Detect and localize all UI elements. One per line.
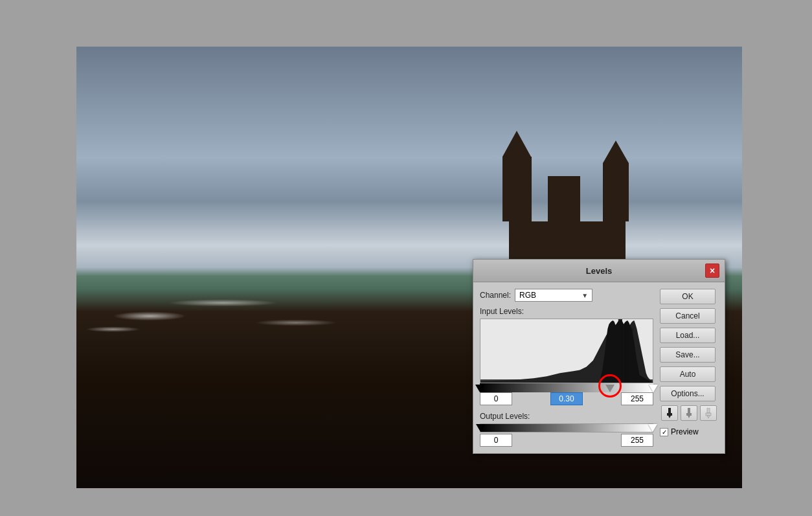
channel-label: Channel:: [480, 291, 511, 300]
auto-button[interactable]: Auto: [660, 366, 716, 382]
input-black-value[interactable]: [480, 392, 512, 405]
svg-rect-10: [707, 408, 710, 413]
castle-center-tower: [548, 176, 580, 221]
black-output-handle[interactable]: [476, 424, 485, 432]
castle-spire-left: [502, 131, 531, 157]
preview-checkbox[interactable]: ✓: [660, 428, 668, 436]
channel-row: Channel: RGB ▼: [480, 289, 653, 302]
svg-marker-6: [668, 416, 671, 418]
input-gamma-value[interactable]: [550, 392, 583, 405]
output-levels-label: Output Levels:: [480, 412, 653, 421]
svg-rect-5: [667, 413, 672, 416]
waves: [76, 276, 442, 342]
input-slider-area[interactable]: [480, 383, 653, 392]
svg-marker-12: [707, 416, 710, 418]
histogram-svg: [480, 319, 653, 383]
svg-marker-9: [688, 416, 690, 418]
white-eyedropper-button[interactable]: [700, 405, 717, 421]
black-eyedropper-button[interactable]: [661, 405, 678, 421]
output-slider-track[interactable]: [480, 423, 653, 432]
white-output-handle[interactable]: [648, 424, 657, 432]
white-input-handle[interactable]: [649, 385, 658, 392]
gray-eyedropper-button[interactable]: [681, 405, 697, 421]
levels-dialog: Levels × Channel: RGB ▼ Input Levels:: [473, 259, 725, 454]
svg-rect-1: [618, 319, 622, 383]
input-levels-values: [480, 392, 653, 405]
options-button[interactable]: Options...: [660, 386, 716, 401]
histogram: [480, 319, 653, 383]
svg-rect-7: [688, 408, 690, 413]
chevron-down-icon: ▼: [581, 292, 588, 299]
input-white-value[interactable]: [621, 392, 653, 405]
dialog-main: Channel: RGB ▼ Input Levels:: [480, 289, 653, 447]
save-button[interactable]: Save...: [660, 347, 716, 363]
eyedropper-row: [660, 405, 718, 421]
cancel-button[interactable]: Cancel: [660, 308, 716, 324]
svg-rect-4: [668, 408, 671, 413]
output-levels-values: [480, 434, 653, 447]
svg-rect-11: [706, 413, 711, 416]
svg-rect-2: [625, 322, 628, 383]
dialog-content: Channel: RGB ▼ Input Levels:: [473, 282, 725, 453]
black-input-handle[interactable]: [475, 385, 484, 392]
load-button[interactable]: Load...: [660, 328, 716, 343]
castle-tower-right: [603, 163, 629, 221]
dialog-buttons: OK Cancel Load... Save... Auto Options..…: [660, 289, 718, 447]
gray-eyedropper-icon: [684, 408, 694, 418]
svg-rect-8: [686, 413, 692, 416]
preview-row: ✓ Preview: [660, 427, 718, 436]
castle-tower-left: [502, 157, 532, 221]
input-slider-track[interactable]: [480, 383, 653, 392]
white-eyedropper-icon: [704, 408, 713, 418]
output-white-value[interactable]: [621, 434, 653, 447]
input-levels-label: Input Levels:: [480, 307, 653, 316]
black-eyedropper-icon: [665, 408, 674, 418]
close-button[interactable]: ×: [705, 264, 719, 278]
ok-button[interactable]: OK: [660, 289, 716, 304]
svg-rect-3: [630, 329, 633, 383]
channel-value: RGB: [519, 291, 536, 300]
dialog-titlebar: Levels ×: [473, 260, 725, 282]
workspace: Levels × Channel: RGB ▼ Input Levels:: [0, 0, 812, 516]
castle-spire-right: [603, 140, 629, 163]
output-black-value[interactable]: [480, 434, 512, 447]
dialog-title: Levels: [493, 266, 705, 276]
channel-select[interactable]: RGB ▼: [515, 289, 592, 302]
gamma-input-handle[interactable]: [605, 385, 615, 392]
output-slider-area[interactable]: [480, 423, 653, 432]
preview-label: Preview: [671, 427, 699, 436]
